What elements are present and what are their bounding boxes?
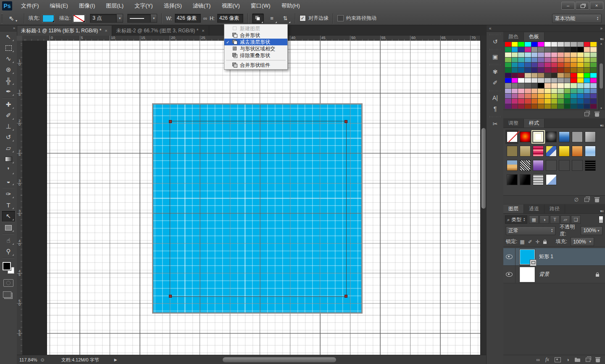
color-swatch[interactable] (525, 47, 531, 52)
color-swatch[interactable] (538, 104, 544, 109)
style-item[interactable] (584, 130, 597, 144)
shape-filter-icon[interactable]: ▱ (560, 215, 570, 224)
menu-item-subtract[interactable]: ✓减去顶层形状 (224, 39, 287, 45)
tool-eyedropper-tool[interactable]: ✒ (2, 86, 15, 97)
color-swatch[interactable] (525, 63, 531, 67)
color-swatch[interactable] (577, 52, 584, 57)
style-item[interactable] (518, 144, 531, 158)
color-swatch[interactable] (505, 94, 511, 98)
style-item[interactable] (531, 144, 544, 158)
color-swatch[interactable] (558, 99, 564, 103)
color-swatch[interactable] (505, 99, 511, 103)
color-swatch[interactable] (525, 99, 531, 103)
color-swatch[interactable] (551, 63, 558, 67)
adjustment-filter-icon[interactable]: ◑ (539, 215, 549, 224)
color-swatch[interactable] (531, 99, 538, 103)
panel-menu-icon[interactable]: ▾≡ (600, 209, 603, 213)
color-swatch[interactable] (525, 42, 531, 47)
color-swatch[interactable] (544, 73, 551, 78)
color-swatch[interactable] (564, 83, 571, 88)
status-menu-arrow-icon[interactable]: ▶ (114, 358, 117, 362)
color-swatch[interactable] (531, 42, 538, 47)
new-layer-icon[interactable] (586, 358, 590, 362)
color-swatch[interactable] (564, 47, 571, 52)
link-dimensions-icon[interactable]: ∞ (203, 15, 207, 21)
color-swatch[interactable] (538, 47, 544, 52)
constrain-path-checkbox[interactable] (337, 15, 344, 21)
color-swatch[interactable] (564, 94, 571, 98)
path-anchor[interactable] (345, 120, 347, 123)
color-swatch[interactable] (584, 63, 590, 67)
swatches-scrollbar[interactable]: ▲▼ (598, 42, 604, 110)
color-swatch[interactable] (558, 89, 564, 93)
menu-item-combine[interactable]: 合并形状 (224, 32, 287, 39)
restore-button[interactable] (576, 2, 589, 10)
color-swatch[interactable] (584, 83, 590, 88)
new-swatch-button[interactable] (584, 112, 589, 116)
color-swatch[interactable] (538, 42, 544, 47)
menu-item[interactable]: 文字(Y) (129, 0, 158, 12)
tool-brush-tool[interactable]: ✐ (2, 110, 15, 121)
style-item[interactable] (505, 173, 518, 187)
style-item[interactable] (531, 158, 544, 173)
tab-close-icon[interactable]: × (105, 28, 107, 33)
pixel-filter-icon[interactable]: ▦ (529, 215, 539, 224)
color-swatch[interactable] (577, 94, 584, 98)
color-swatch[interactable] (505, 47, 511, 52)
layer-row-rectangle1[interactable]: 矩形 1 (503, 248, 605, 266)
workspace-selector[interactable]: 基本功能 ▲▼ (552, 14, 602, 23)
tool-eraser-tool[interactable]: ▱ (2, 143, 15, 154)
color-swatch[interactable] (518, 89, 524, 93)
color-swatch[interactable] (558, 42, 564, 47)
color-swatch[interactable] (518, 99, 524, 103)
path-anchor[interactable] (345, 295, 347, 298)
color-swatch[interactable] (564, 68, 571, 72)
style-item[interactable] (571, 158, 584, 173)
lock-transparency-icon[interactable]: ▦ (520, 239, 524, 245)
link-layers-icon[interactable]: ∞ (537, 357, 540, 363)
color-swatch[interactable] (590, 104, 597, 109)
color-swatch[interactable] (518, 73, 524, 78)
lock-pixels-icon[interactable]: ✐ (528, 239, 532, 245)
color-swatch[interactable] (584, 47, 590, 52)
color-swatch[interactable] (577, 42, 584, 47)
color-swatch[interactable] (551, 104, 558, 109)
tool-clone-stamp-tool[interactable]: ⊥ (2, 121, 15, 132)
color-swatch[interactable] (512, 104, 518, 109)
color-swatch[interactable] (564, 63, 571, 67)
menu-item[interactable]: 编辑(E) (45, 0, 74, 12)
color-swatch[interactable] (518, 83, 524, 88)
color-swatch[interactable] (577, 99, 584, 103)
color-swatch[interactable] (571, 89, 577, 93)
color-swatch[interactable] (525, 104, 531, 109)
color-swatch[interactable] (584, 89, 590, 93)
color-swatch[interactable] (577, 68, 584, 72)
panel-menu-icon[interactable]: ▾≡ (600, 37, 603, 41)
color-swatch[interactable] (571, 63, 577, 67)
color-swatch[interactable] (590, 52, 597, 57)
horizontal-scrollbar-thumb[interactable] (223, 357, 336, 362)
tool-rectangle-tool[interactable] (2, 222, 15, 233)
color-swatch[interactable] (558, 94, 564, 98)
color-swatch[interactable] (505, 63, 511, 67)
color-swatch[interactable] (564, 89, 571, 93)
path-operations-button[interactable] (252, 13, 264, 24)
color-swatch[interactable] (558, 83, 564, 88)
color-swatch[interactable] (590, 42, 597, 47)
path-alignment-button[interactable]: ≡ (266, 14, 277, 23)
style-item[interactable] (531, 173, 544, 187)
close-button[interactable]: × (590, 2, 603, 10)
style-item[interactable] (518, 130, 531, 144)
layers-tab-路径[interactable]: 路径 (544, 204, 565, 213)
stroke-width-dropdown[interactable]: ▼ (117, 14, 123, 23)
color-swatch[interactable] (512, 47, 518, 52)
color-swatch[interactable] (551, 78, 558, 83)
color-swatch[interactable] (512, 99, 518, 103)
color-swatch[interactable] (577, 47, 584, 52)
color-swatch[interactable] (590, 94, 597, 98)
lock-all-icon[interactable] (543, 241, 547, 244)
delete-style-button[interactable] (595, 199, 599, 202)
color-swatch[interactable] (525, 83, 531, 88)
color-swatch[interactable] (505, 104, 511, 109)
delete-layer-icon[interactable] (596, 359, 600, 362)
